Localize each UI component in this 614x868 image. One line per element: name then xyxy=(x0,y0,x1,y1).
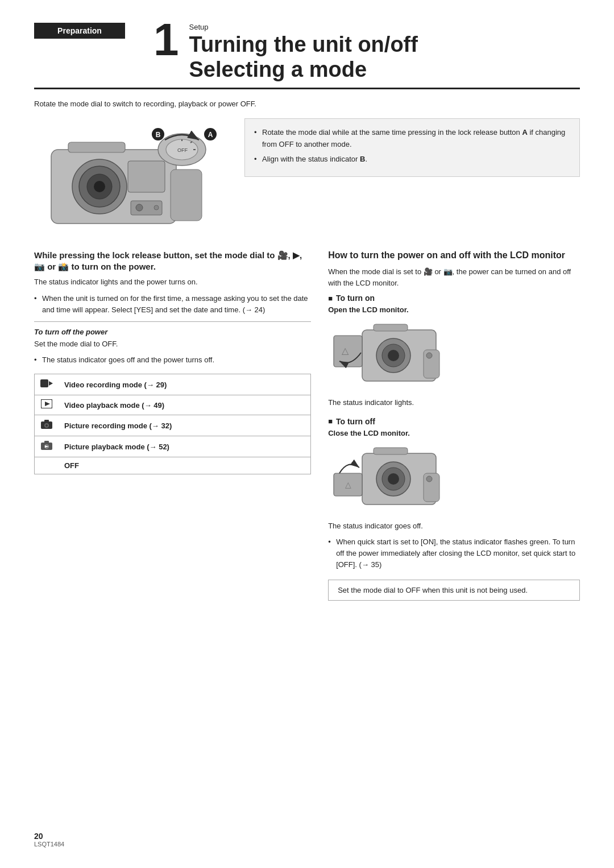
turn-off-subheading: To turn off the power xyxy=(34,328,311,336)
note-box: Set the mode dial to OFF when this unit … xyxy=(328,580,580,601)
mode-table: Video recording mode (→ 29) Video playba… xyxy=(34,374,311,474)
svg-point-39 xyxy=(388,350,399,361)
svg-rect-42 xyxy=(374,324,408,331)
mode-row-pic-play: Picture playback mode (→ 52) xyxy=(35,436,311,457)
main-title: Turning the unit on/off Selecting a mode xyxy=(189,32,580,82)
svg-text:△: △ xyxy=(342,346,349,356)
svg-text:B: B xyxy=(156,131,161,139)
svg-text:△: △ xyxy=(345,480,351,489)
mode-row-playback: Video playback mode (→ 49) xyxy=(35,395,311,415)
tip-list: Rotate the mode dial while at the same t… xyxy=(254,127,570,164)
svg-point-21 xyxy=(136,204,143,211)
mode-label-off: OFF xyxy=(59,457,311,474)
title-divider xyxy=(34,88,580,89)
mode-label-pic-play: Picture playback mode (→ 52) xyxy=(59,436,311,457)
mode-row-pic-rec: Picture recording mode (→ 32) xyxy=(35,415,311,436)
svg-point-22 xyxy=(154,205,159,210)
left-column: While pressing the lock release button, … xyxy=(34,250,311,609)
page-number: 20 xyxy=(34,832,64,841)
camera-svg: OFF A B xyxy=(34,118,227,232)
chapter-number: 1 xyxy=(154,17,179,63)
turn-on-section: To turn on Open the LCD monitor. xyxy=(328,294,580,408)
turn-off-caption: The status indicator goes off. xyxy=(328,520,580,532)
note-text: Set the mode dial to OFF when this unit … xyxy=(338,586,528,594)
intro-text: Rotate the mode dial to switch to record… xyxy=(34,100,580,108)
turn-off-heading: To turn off xyxy=(328,417,580,426)
tip-item-2: Align with the status indicator B. xyxy=(254,154,570,165)
tip-box: Rotate the mode dial while at the same t… xyxy=(244,118,580,176)
open-lcd-diagram: △ xyxy=(328,319,447,392)
turn-on-heading: To turn on xyxy=(328,294,580,303)
page-footer: 20 LSQT1484 xyxy=(34,832,64,848)
svg-rect-51 xyxy=(374,448,408,454)
mode-icon-off xyxy=(35,457,59,474)
close-lcd-diagram: △ xyxy=(328,442,447,516)
header-section: Preparation 1 Setup Turning the unit on/… xyxy=(34,23,580,82)
svg-rect-28 xyxy=(44,420,49,423)
mode-icon-pic-rec xyxy=(35,415,59,436)
turn-on-caption: The status indicator lights. xyxy=(328,397,580,408)
mode-label-video: Video recording mode (→ 29) xyxy=(59,374,311,395)
svg-rect-8 xyxy=(68,142,125,152)
left-section-heading: While pressing the lock release button, … xyxy=(34,250,311,272)
svg-marker-26 xyxy=(45,402,50,406)
mode-icon-pic-play xyxy=(35,436,59,457)
svg-point-48 xyxy=(388,473,399,485)
svg-point-6 xyxy=(94,181,105,192)
mode-row-off: OFF xyxy=(35,457,311,474)
mode-label-playback: Video playback mode (→ 49) xyxy=(59,395,311,415)
left-bullets: When the unit is turned on for the first… xyxy=(34,293,311,316)
svg-point-43 xyxy=(426,353,432,358)
svg-marker-24 xyxy=(49,381,53,386)
svg-point-52 xyxy=(426,476,432,482)
turn-off-bullet-1: When quick start is set to [ON], the sta… xyxy=(328,536,580,571)
right-heading: How to turn the power on and off with th… xyxy=(328,250,580,262)
turn-off-bullets: When quick start is set to [ON], the sta… xyxy=(328,536,580,571)
preparation-label: Preparation xyxy=(34,23,125,39)
svg-rect-7 xyxy=(128,161,165,192)
turn-off-section: To turn off Close the LCD monitor. xyxy=(328,417,580,601)
main-columns: While pressing the lock release button, … xyxy=(34,250,580,609)
page: Preparation 1 Setup Turning the unit on/… xyxy=(0,0,614,868)
open-lcd-label: Open the LCD monitor. xyxy=(328,305,580,314)
setup-label: Setup xyxy=(189,23,580,31)
mode-label-pic-rec: Picture recording mode (→ 32) xyxy=(59,415,311,436)
page-code: LSQT1484 xyxy=(34,841,64,848)
close-lcd-label: Close the LCD monitor. xyxy=(328,429,580,437)
svg-rect-23 xyxy=(40,379,48,387)
title-block: Setup Turning the unit on/off Selecting … xyxy=(189,23,580,82)
mode-icon-playback xyxy=(35,395,59,415)
off-bullets: The status indicator goes off and the po… xyxy=(34,354,311,366)
svg-text:A: A xyxy=(208,131,213,139)
svg-point-30 xyxy=(45,424,48,427)
divider xyxy=(34,321,311,322)
tip-item-1: Rotate the mode dial while at the same t… xyxy=(254,127,570,150)
camera-diagram: OFF A B xyxy=(34,118,227,234)
mode-row-video: Video recording mode (→ 29) xyxy=(35,374,311,395)
svg-rect-32 xyxy=(44,441,49,444)
right-intro: When the mode dial is set to 🎥 or 📷, the… xyxy=(328,266,580,289)
power-on-body: The status indicator lights and the powe… xyxy=(34,276,311,288)
mode-icon-video xyxy=(35,374,59,395)
svg-rect-19 xyxy=(171,170,202,221)
top-content: OFF A B Rot xyxy=(34,118,580,234)
right-column: How to turn the power on and off with th… xyxy=(328,250,580,609)
left-bullet-1: When the unit is turned on for the first… xyxy=(34,293,311,316)
off-bullet-1: The status indicator goes off and the po… xyxy=(34,354,311,366)
svg-text:OFF: OFF xyxy=(177,147,188,153)
turn-off-body: Set the mode dial to OFF. xyxy=(34,338,311,350)
